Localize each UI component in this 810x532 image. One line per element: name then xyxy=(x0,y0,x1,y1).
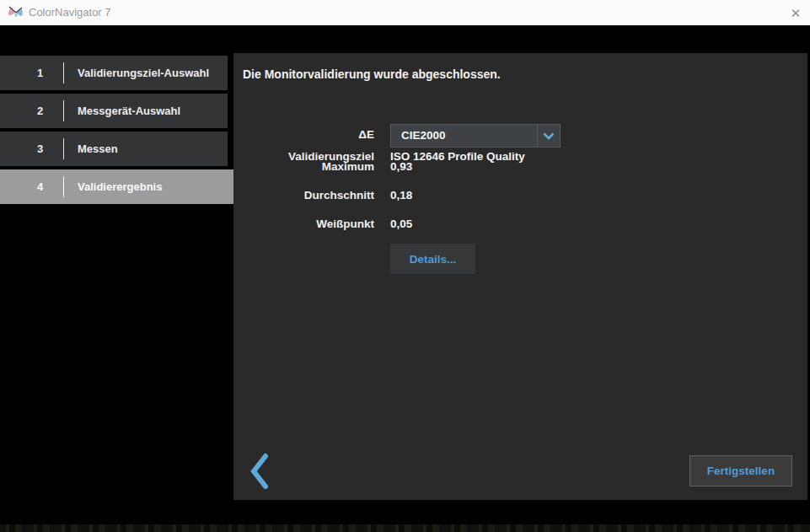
close-button[interactable]: ✕ xyxy=(781,0,810,25)
app-logo-icon xyxy=(8,5,24,20)
chevron-down-icon xyxy=(537,125,560,147)
step-divider xyxy=(63,176,64,197)
wizard-step-4-active: 4 Validierergebnis xyxy=(0,169,233,204)
wizard-step-2: 2 Messgerät-Auswahl xyxy=(0,94,228,128)
wizard-step-3: 3 Messen xyxy=(0,132,228,166)
content-panel: Die Monitorvalidierung wurde abgeschloss… xyxy=(233,53,807,500)
delta-e-label: ΔE xyxy=(233,128,374,141)
average-value: 0,18 xyxy=(390,189,412,202)
whitepoint-value: 0,05 xyxy=(390,218,412,230)
title-bar[interactable]: ColorNavigator 7 ✕ xyxy=(0,0,810,25)
details-button[interactable]: Details... xyxy=(390,244,475,274)
average-label: Durchschnitt xyxy=(233,189,374,202)
finish-button[interactable]: Fertigstellen xyxy=(689,455,792,486)
step-number: 4 xyxy=(17,169,63,204)
maximum-label: Maximum xyxy=(233,160,374,173)
step-divider xyxy=(63,62,64,83)
step-label: Messen xyxy=(78,132,118,166)
step-number: 1 xyxy=(17,56,63,90)
step-number: 3 xyxy=(17,132,63,166)
chevron-left-icon xyxy=(249,453,271,492)
step-number: 2 xyxy=(17,94,63,128)
delta-e-dropdown[interactable]: CIE2000 xyxy=(390,124,561,148)
close-icon: ✕ xyxy=(791,7,802,19)
delta-e-selected-value: CIE2000 xyxy=(401,125,446,147)
desktop-background xyxy=(0,524,810,532)
maximum-value: 0,93 xyxy=(390,160,412,173)
step-label: Validierungsziel-Auswahl xyxy=(78,56,209,90)
window-title: ColorNavigator 7 xyxy=(29,0,111,25)
whitepoint-label: Weißpunkt xyxy=(233,218,374,230)
wizard-step-1: 1 Validierungsziel-Auswahl xyxy=(0,56,228,90)
step-label: Validierergebnis xyxy=(78,169,162,204)
back-button[interactable] xyxy=(244,451,276,493)
completion-message: Die Monitorvalidierung wurde abgeschloss… xyxy=(243,67,501,81)
colornavigator-window: ColorNavigator 7 ✕ 1 Validierungsziel-Au… xyxy=(0,0,810,532)
step-label: Messgerät-Auswahl xyxy=(78,94,180,128)
step-divider xyxy=(63,138,64,159)
step-divider xyxy=(63,100,64,121)
